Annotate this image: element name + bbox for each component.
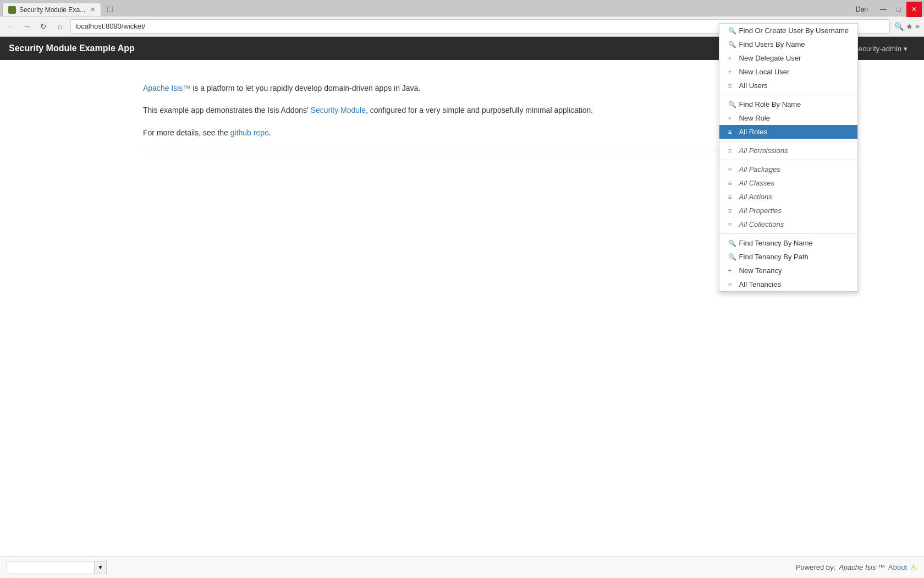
dropdown-item-all-actions[interactable]: ≡All Actions <box>719 190 857 204</box>
dropdown-item-new-local-user[interactable]: +New Local User <box>719 65 857 79</box>
user-caret-icon: ▾ <box>904 45 908 53</box>
new-role-label: New Role <box>739 114 770 122</box>
dropdown-item-new-role[interactable]: +New Role <box>719 111 857 125</box>
window-user-label: Dan <box>851 4 872 14</box>
find-tenancy-by-path-label: Find Tenancy By Path <box>739 253 809 261</box>
all-actions-icon: ≡ <box>728 193 736 201</box>
find-or-create-user-icon: 🔍 <box>728 27 736 35</box>
dropdown-item-find-users-by-name[interactable]: 🔍Find Users By Name <box>719 37 857 51</box>
tab-close-button[interactable]: ✕ <box>90 6 95 13</box>
find-or-create-user-label: Find Or Create User By Username <box>739 26 849 35</box>
security-module-link[interactable]: Security Module <box>311 106 366 114</box>
new-delegate-user-icon: + <box>728 54 736 62</box>
dropdown-item-find-tenancy-by-path[interactable]: 🔍Find Tenancy By Path <box>719 250 857 264</box>
window-controls: Dan — □ ✕ <box>851 2 922 17</box>
github-repo-link[interactable]: github repo <box>230 128 269 137</box>
new-local-user-label: New Local User <box>739 68 790 76</box>
all-roles-icon: ≡ <box>728 128 736 136</box>
all-properties-label: All Properties <box>739 206 782 215</box>
footer-powered-label: Powered by: <box>796 563 835 571</box>
search-icon[interactable]: 🔍 <box>894 22 904 31</box>
all-collections-label: All Collections <box>739 220 784 228</box>
all-permissions-icon: ≡ <box>728 147 736 155</box>
forward-button[interactable]: → <box>21 20 33 32</box>
tab-title: Security Module Exa... <box>19 6 87 14</box>
security-dropdown: 🔍Find Or Create User By Username🔍Find Us… <box>719 23 858 292</box>
dropdown-item-new-delegate-user[interactable]: +New Delegate User <box>719 51 857 65</box>
footer-warning-icon: ⚠ <box>910 563 917 572</box>
home-button[interactable]: ⌂ <box>54 20 66 32</box>
dropdown-separator <box>719 233 857 234</box>
star-icon[interactable]: ★ <box>906 22 913 31</box>
all-properties-icon: ≡ <box>728 207 736 215</box>
content-divider <box>143 150 781 150</box>
dropdown-item-all-tenancies[interactable]: ≡All Tenancies <box>719 277 857 291</box>
dropdown-item-all-properties[interactable]: ≡All Properties <box>719 204 857 217</box>
refresh-button[interactable]: ↻ <box>37 20 50 32</box>
back-button[interactable]: ← <box>4 20 16 32</box>
tab-favicon <box>8 6 16 14</box>
all-tenancies-label: All Tenancies <box>739 280 781 288</box>
new-role-icon: + <box>728 114 736 122</box>
paragraph-3: For more details, see the github repo. <box>143 127 781 139</box>
all-users-label: All Users <box>739 81 768 90</box>
all-permissions-label: All Permissions <box>739 146 788 155</box>
footer-right: Powered by: Apache Isis ™ About ⚠ <box>796 563 917 572</box>
all-classes-icon: ≡ <box>728 179 736 187</box>
more-icon[interactable]: ≡ <box>915 22 920 31</box>
find-role-by-name-label: Find Role By Name <box>739 100 801 108</box>
all-tenancies-icon: ≡ <box>728 281 736 288</box>
footer-brand-label: Apache Isis ™ <box>839 563 885 571</box>
find-users-by-name-icon: 🔍 <box>728 41 736 48</box>
new-local-user-icon: + <box>728 68 736 76</box>
minimize-button[interactable]: — <box>876 2 891 17</box>
dropdown-item-all-packages[interactable]: ≡All Packages <box>719 162 857 176</box>
footer-about-link[interactable]: About <box>888 563 907 571</box>
dropdown-separator <box>719 141 857 141</box>
app-title: Security Module Example App <box>9 43 750 53</box>
dropdown-item-all-permissions[interactable]: ≡All Permissions <box>719 144 857 157</box>
find-users-by-name-label: Find Users By Name <box>739 40 805 48</box>
footer: ▼ Powered by: Apache Isis ™ About ⚠ <box>0 556 924 578</box>
new-tab-button[interactable]: □ <box>103 3 117 16</box>
new-tenancy-icon: + <box>728 267 736 275</box>
dropdown-item-find-or-create-user[interactable]: 🔍Find Or Create User By Username <box>719 24 857 37</box>
paragraph-2: This example app demonstrates the Isis A… <box>143 104 781 116</box>
find-tenancy-by-path-icon: 🔍 <box>728 253 736 261</box>
find-tenancy-by-name-icon: 🔍 <box>728 239 736 247</box>
dropdown-item-all-users[interactable]: ≡All Users <box>719 79 857 92</box>
maximize-button[interactable]: □ <box>891 2 906 17</box>
footer-dropdown-button[interactable]: ▼ <box>95 561 107 574</box>
footer-input[interactable] <box>7 561 95 574</box>
footer-input-wrap: ▼ <box>7 561 107 574</box>
dropdown-item-new-tenancy[interactable]: +New Tenancy <box>719 264 857 277</box>
dropdown-item-all-roles[interactable]: ≡All Roles <box>719 125 857 139</box>
apache-isis-link[interactable]: Apache Isis™ <box>143 84 190 92</box>
dropdown-item-find-tenancy-by-name[interactable]: 🔍Find Tenancy By Name <box>719 236 857 250</box>
dropdown-item-all-classes[interactable]: ≡All Classes <box>719 176 857 190</box>
dropdown-item-all-collections[interactable]: ≡All Collections <box>719 217 857 231</box>
all-packages-icon: ≡ <box>728 166 736 173</box>
all-roles-label: All Roles <box>739 128 767 136</box>
new-tenancy-label: New Tenancy <box>739 266 782 275</box>
paragraph-1: Apache Isis™ is a platform to let you ra… <box>143 82 781 94</box>
find-tenancy-by-name-label: Find Tenancy By Name <box>739 239 813 247</box>
all-users-icon: ≡ <box>728 82 736 90</box>
all-classes-label: All Classes <box>739 179 774 187</box>
all-actions-label: All Actions <box>739 193 772 201</box>
all-collections-icon: ≡ <box>728 221 736 228</box>
address-icons: 🔍 ★ ≡ <box>894 22 920 31</box>
browser-tab[interactable]: Security Module Exa... ✕ <box>2 3 101 16</box>
dropdown-separator <box>719 95 857 95</box>
dropdown-separator <box>719 160 857 160</box>
dropdown-item-find-role-by-name[interactable]: 🔍Find Role By Name <box>719 97 857 111</box>
close-button[interactable]: ✕ <box>906 2 922 17</box>
all-packages-label: All Packages <box>739 165 780 173</box>
new-delegate-user-label: New Delegate User <box>739 54 801 62</box>
find-role-by-name-icon: 🔍 <box>728 101 736 108</box>
